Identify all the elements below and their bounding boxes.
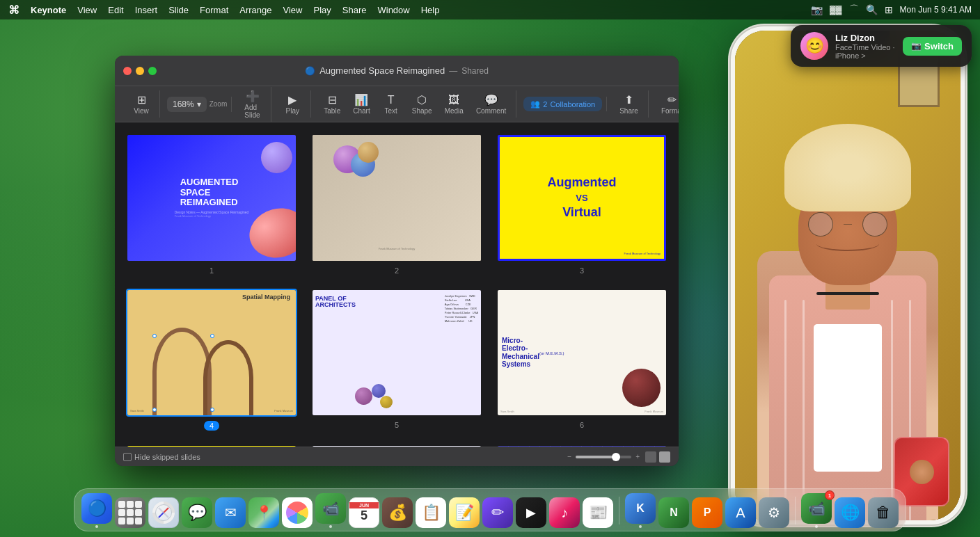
wifi-icon[interactable]: ⌒ <box>849 3 859 16</box>
slide-thumb-9[interactable]: PHYSICAL AUGMENTED VIRTUAL <box>496 444 667 447</box>
toolbar-play-btn[interactable]: ▶ Play <box>278 90 306 118</box>
slide-thumb-3[interactable]: AugmentedVSVirtual Frank Museum of Techn… <box>496 134 667 262</box>
menu-window[interactable]: Window <box>377 5 409 15</box>
dock-item-music[interactable]: ♪ <box>549 497 580 528</box>
list-view-icon[interactable] <box>659 451 670 463</box>
toolbar-shape-btn[interactable]: ⬡ Shape <box>406 90 438 118</box>
maximize-button[interactable] <box>148 67 157 75</box>
dock-item-settings[interactable]: ⚙ <box>759 497 789 528</box>
menu-help[interactable]: Help <box>421 5 440 15</box>
dock-item-cash[interactable]: 💰 <box>382 497 413 528</box>
appstore-icon[interactable]: A <box>725 497 756 528</box>
minimize-button[interactable] <box>136 67 144 75</box>
zoom-slider-track[interactable] <box>576 456 631 458</box>
launchpad-icon[interactable] <box>115 497 145 528</box>
dock-item-freeform[interactable]: ✏ <box>482 497 513 528</box>
photos-icon[interactable] <box>282 497 313 528</box>
dock-item-facetime-notif[interactable]: 📹 1 <box>801 493 832 528</box>
dock-item-appletv[interactable]: ▶ <box>516 497 546 528</box>
slide-thumb-1[interactable]: AUGMENTEDSPACEREIMAGINED Design Notes — … <box>126 134 297 262</box>
dock-item-mail[interactable]: ✉ <box>215 497 246 528</box>
menu-slide[interactable]: Slide <box>168 5 189 15</box>
slide-item-4[interactable]: Spatial Mapping Sara Smith Frank Museum … <box>126 289 297 431</box>
slide-thumb-7[interactable]: AUGO <box>126 444 297 447</box>
slide-thumb-2[interactable]: Frank Museum of Technology <box>311 134 482 262</box>
pages-dock-icon[interactable]: P <box>692 497 722 528</box>
facetime-dock-icon[interactable]: 📹 <box>315 493 346 524</box>
menu-play[interactable]: Play <box>313 5 331 15</box>
freeform-icon[interactable]: ✏ <box>482 497 513 528</box>
slide-thumb-4[interactable]: Spatial Mapping Sara Smith Frank Museum <box>126 289 297 417</box>
slide-thumb-5[interactable]: PANEL OFARCHITECTS Jocelyn Engstrom SWE … <box>311 289 482 417</box>
menu-arrange[interactable]: Arrange <box>239 5 271 15</box>
toolbar-chart-btn[interactable]: 📊 Chart <box>347 90 375 118</box>
zoom-control[interactable]: 168% ▾ <box>167 97 207 112</box>
dock-item-reminders[interactable]: 📋 <box>416 497 446 528</box>
slide-thumb-8[interactable]: Layers of Augmentation <box>311 444 482 447</box>
calendar-icon[interactable]: JUN 5 <box>349 497 379 528</box>
menu-share[interactable]: Share <box>342 5 367 15</box>
toolbar-text-btn[interactable]: T Text <box>377 91 405 118</box>
zoom-slider-thumb[interactable] <box>612 453 620 461</box>
switch-button[interactable]: 📷 Switch <box>903 37 962 56</box>
dock-item-calendar[interactable]: JUN 5 <box>349 497 379 528</box>
dock-item-pages[interactable]: P <box>692 497 722 528</box>
mail-icon[interactable]: ✉ <box>215 497 246 528</box>
trash-icon[interactable]: 🗑 <box>868 497 899 528</box>
slide-item-5[interactable]: PANEL OFARCHITECTS Jocelyn Engstrom SWE … <box>311 289 482 431</box>
slide-item-2[interactable]: Frank Museum of Technology 2 <box>311 134 482 275</box>
dock-item-facetime[interactable]: 📹 <box>315 493 346 528</box>
zoom-in-icon[interactable]: + <box>635 453 640 460</box>
toolbar-view-btn[interactable]: ⊞ View <box>127 90 155 118</box>
menu-file[interactable]: View <box>77 5 97 15</box>
messages-icon[interactable]: 💬 <box>182 497 212 528</box>
toolbar-comment-btn[interactable]: 💬 Comment <box>471 90 512 118</box>
dock-item-trash[interactable]: 🗑 <box>868 497 899 528</box>
dock-item-safari[interactable] <box>148 497 179 528</box>
dock-item-numbers[interactable]: N <box>658 497 689 528</box>
news-icon[interactable]: 📰 <box>583 497 613 528</box>
camera-icon[interactable]: 📷 <box>811 4 823 15</box>
facetime-notification-icon[interactable]: 📹 1 <box>801 493 832 524</box>
zoom-slider-control[interactable]: − + <box>567 453 640 460</box>
slide-item-9[interactable]: PHYSICAL AUGMENTED VIRTUAL 9 <box>496 444 667 447</box>
dock-item-globe[interactable]: 🌐 <box>835 497 865 528</box>
notes-icon[interactable]: 📝 <box>449 497 480 528</box>
toolbar-format-btn[interactable]: ✏ Format <box>656 90 679 118</box>
dock-item-launchpad[interactable] <box>115 497 145 528</box>
finder-icon[interactable]: 🔵 <box>81 493 112 524</box>
search-icon[interactable]: 🔍 <box>866 4 878 15</box>
dock-item-finder[interactable]: 🔵 <box>81 493 112 528</box>
apple-menu[interactable]: ⌘ <box>8 3 19 17</box>
app-menu-keynote[interactable]: Keynote <box>31 5 66 15</box>
slide-item-8[interactable]: Layers of Augmentation 8 <box>311 444 482 447</box>
globe-icon[interactable]: 🌐 <box>835 497 865 528</box>
zoom-out-icon[interactable]: − <box>567 453 571 460</box>
toolbar-table-btn[interactable]: ⊟ Table <box>318 90 346 118</box>
menu-view[interactable]: View <box>283 5 303 15</box>
keynote-dock-icon[interactable]: K <box>625 493 656 524</box>
dock-item-appstore[interactable]: A <box>725 497 756 528</box>
dock-item-maps[interactable]: 📍 <box>248 497 279 528</box>
menu-edit[interactable]: Edit <box>108 5 123 15</box>
toolbar-collaboration-btn[interactable]: 👥 2 Collaboration <box>523 97 602 111</box>
slide-item-3[interactable]: AugmentedVSVirtual Frank Museum of Techn… <box>496 134 667 275</box>
appletv-icon[interactable]: ▶ <box>516 497 546 528</box>
close-button[interactable] <box>123 67 132 75</box>
toolbar-media-btn[interactable]: 🖼 Media <box>439 91 469 118</box>
dock-item-notes[interactable]: 📝 <box>449 497 480 528</box>
dock-item-news[interactable]: 📰 <box>583 497 613 528</box>
dock-item-photos[interactable] <box>282 497 313 528</box>
music-icon[interactable]: ♪ <box>549 497 580 528</box>
grid-view-icon[interactable] <box>645 451 656 463</box>
slide-item-6[interactable]: Micro-Electro-MechanicalSystems (or M.E.… <box>496 289 667 431</box>
dock-item-messages[interactable]: 💬 <box>182 497 212 528</box>
hide-skipped-label[interactable]: Hide skipped slides <box>123 453 200 461</box>
reminders-icon[interactable]: 📋 <box>416 497 446 528</box>
toolbar-add-slide-btn[interactable]: ➕ Add Slide <box>239 87 267 122</box>
hide-skipped-checkbox[interactable] <box>123 453 132 461</box>
menu-format[interactable]: Format <box>200 5 228 15</box>
slide-thumb-6[interactable]: Micro-Electro-MechanicalSystems (or M.E.… <box>496 289 667 417</box>
control-center-icon[interactable]: ⊞ <box>885 4 893 15</box>
toolbar-share-btn[interactable]: ⬆ Share <box>614 90 644 118</box>
